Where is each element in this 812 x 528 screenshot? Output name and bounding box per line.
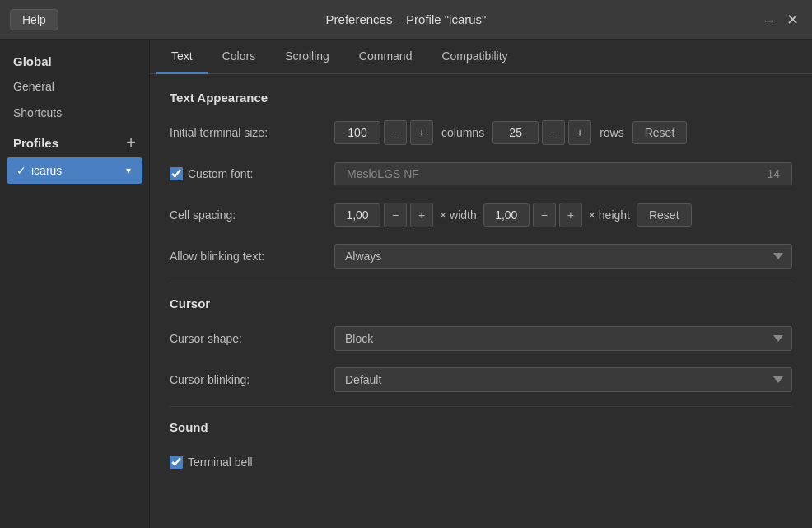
cell-height-value: 1,00 xyxy=(483,203,530,227)
initial-size-row: Initial terminal size: 100 − + columns 2… xyxy=(170,118,792,147)
settings-panel: Text Appearance Initial terminal size: 1… xyxy=(150,74,812,505)
custom-font-checkbox[interactable] xyxy=(170,167,183,180)
profile-check-icon: ✓ xyxy=(16,164,26,177)
custom-font-checkbox-label[interactable]: Custom font: xyxy=(170,167,334,180)
columns-decrement-button[interactable]: − xyxy=(384,120,407,145)
separator-2 xyxy=(170,406,792,407)
profile-name: icarus xyxy=(31,164,124,177)
cell-height-spinner: 1,00 − + xyxy=(483,203,582,227)
blink-text-select[interactable]: Always Never Follow terminal setting xyxy=(334,244,792,269)
cell-spacing-label: Cell spacing: xyxy=(170,208,334,222)
columns-value: 100 xyxy=(334,121,380,144)
columns-unit: columns xyxy=(441,126,484,139)
cell-width-unit: × width xyxy=(440,208,477,222)
blink-text-control: Always Never Follow terminal setting xyxy=(334,244,792,269)
cell-width-value: 1,00 xyxy=(334,203,380,227)
cursor-blink-label: Cursor blinking: xyxy=(170,373,334,386)
custom-font-row: Custom font: MesloLGS NF 14 xyxy=(170,159,792,189)
cursor-shape-row: Cursor shape: Block IBeam Underline xyxy=(170,324,792,353)
terminal-bell-checkbox-label[interactable]: Terminal bell xyxy=(170,456,253,469)
tab-bar: Text Colors Scrolling Command Compatibil… xyxy=(150,40,812,74)
sound-title: Sound xyxy=(170,420,792,434)
font-size: 14 xyxy=(767,167,780,180)
window-title: Preferences – Profile "icarus" xyxy=(326,12,487,26)
tab-compatibility[interactable]: Compatibility xyxy=(427,40,522,74)
cell-height-decrement-button[interactable]: − xyxy=(533,203,556,227)
minimize-button[interactable]: – xyxy=(762,12,777,27)
cell-height-unit: × height xyxy=(589,208,630,222)
text-appearance-title: Text Appearance xyxy=(170,91,792,105)
terminal-bell-label: Terminal bell xyxy=(188,456,253,469)
cell-width-spinner: 1,00 − + xyxy=(334,203,433,227)
sidebar-item-general[interactable]: General xyxy=(0,73,149,100)
cursor-shape-control: Block IBeam Underline xyxy=(334,326,792,351)
main-layout: Global General Shortcuts Profiles + ✓ ic… xyxy=(0,40,812,528)
content-area: Text Colors Scrolling Command Compatibil… xyxy=(150,40,812,528)
help-button[interactable]: Help xyxy=(10,9,58,30)
profile-item-icarus[interactable]: ✓ icarus ▾ xyxy=(7,157,142,184)
cell-spacing-row: Cell spacing: 1,00 − + × width 1,00 − + … xyxy=(170,200,792,230)
sidebar: Global General Shortcuts Profiles + ✓ ic… xyxy=(0,40,150,528)
tab-command[interactable]: Command xyxy=(344,40,427,74)
cell-width-decrement-button[interactable]: − xyxy=(384,203,407,227)
cursor-blink-select[interactable]: Default Always on Always off xyxy=(334,367,792,392)
cursor-shape-label: Cursor shape: xyxy=(170,332,334,345)
terminal-bell-control: Terminal bell xyxy=(170,456,792,469)
blink-text-row: Allow blinking text: Always Never Follow… xyxy=(170,241,792,271)
separator-1 xyxy=(170,283,792,283)
rows-value: 25 xyxy=(492,121,539,144)
terminal-bell-row: Terminal bell xyxy=(170,447,792,477)
profiles-label: Profiles xyxy=(13,136,58,150)
font-name: MesloLGS NF xyxy=(347,167,419,180)
cell-reset-button[interactable]: Reset xyxy=(637,203,692,227)
size-reset-button[interactable]: Reset xyxy=(632,121,688,144)
columns-spinner: 100 − + xyxy=(334,120,433,145)
cell-width-increment-button[interactable]: + xyxy=(410,203,433,227)
cursor-blink-control: Default Always on Always off xyxy=(334,367,792,392)
tab-scrolling[interactable]: Scrolling xyxy=(270,40,344,74)
columns-increment-button[interactable]: + xyxy=(410,120,433,145)
tab-colors[interactable]: Colors xyxy=(208,40,270,74)
rows-unit: rows xyxy=(600,126,624,139)
titlebar: Help Preferences – Profile "icarus" – ✕ xyxy=(0,0,812,40)
initial-size-control: 100 − + columns 25 − + rows Reset xyxy=(334,120,792,145)
font-display[interactable]: MesloLGS NF 14 xyxy=(334,162,792,185)
tab-text[interactable]: Text xyxy=(156,40,208,74)
cell-height-increment-button[interactable]: + xyxy=(559,203,582,227)
custom-font-label: Custom font: xyxy=(188,167,253,180)
window-controls: – ✕ xyxy=(762,12,802,27)
initial-size-label: Initial terminal size: xyxy=(170,126,334,139)
blink-text-label: Allow blinking text: xyxy=(170,250,334,263)
cursor-title: Cursor xyxy=(170,297,792,311)
custom-font-label-cell: Custom font: xyxy=(170,167,334,180)
cursor-shape-select[interactable]: Block IBeam Underline xyxy=(334,326,792,351)
cursor-blink-row: Cursor blinking: Default Always on Alway… xyxy=(170,365,792,395)
font-control: MesloLGS NF 14 xyxy=(334,162,792,185)
rows-decrement-button[interactable]: − xyxy=(542,120,565,145)
profiles-header-row: Profiles + xyxy=(0,126,149,156)
add-profile-button[interactable]: + xyxy=(126,134,136,151)
profile-dropdown-button[interactable]: ▾ xyxy=(124,165,133,176)
close-button[interactable]: ✕ xyxy=(783,12,802,27)
terminal-bell-checkbox[interactable] xyxy=(170,456,183,469)
cell-spacing-control: 1,00 − + × width 1,00 − + × height Reset xyxy=(334,203,792,227)
rows-increment-button[interactable]: + xyxy=(568,120,591,145)
rows-spinner: 25 − + xyxy=(492,120,591,145)
global-header: Global xyxy=(0,46,149,73)
sidebar-item-shortcuts[interactable]: Shortcuts xyxy=(0,100,149,126)
